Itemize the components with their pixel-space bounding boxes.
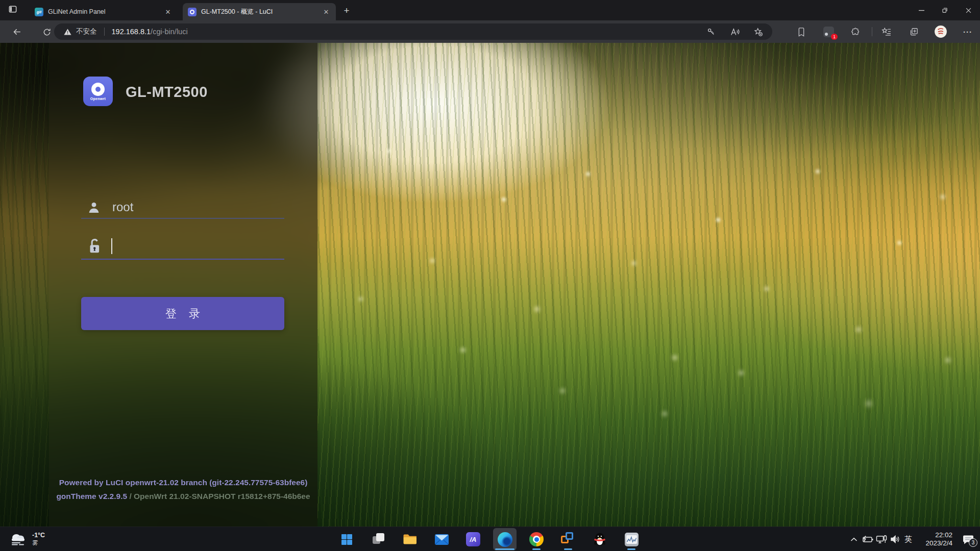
fog-cloud-icon — [9, 532, 28, 546]
notification-center-button[interactable]: 3 — [960, 531, 977, 548]
system-monitor-app-button[interactable] — [620, 528, 643, 550]
folder-icon — [403, 533, 417, 545]
login-panel: Openwrt GL-MT2500 root 登 录 Powered by Lu… — [49, 43, 317, 527]
toolbar-right-icons: 1 ··· — [794, 24, 975, 39]
window-restore-button[interactable] — [933, 0, 957, 20]
password-field[interactable] — [81, 259, 284, 260]
password-lock-icon — [87, 237, 102, 257]
tab-stack-icon — [8, 4, 18, 16]
browser-tab-bar: gli GLiNet Admin Panel ✕ GL-MT2500 - 概览 … — [0, 0, 980, 20]
password-key-icon[interactable] — [704, 24, 718, 39]
openwrt-ring-icon — [91, 83, 105, 96]
tab-close-icon[interactable]: ✕ — [163, 7, 173, 16]
browser-toolbar: 不安全 192.168.8.1/cgi-bin/luci — [0, 20, 980, 43]
start-button[interactable] — [335, 528, 358, 550]
chrome-browser-icon — [529, 532, 544, 546]
favorites-list-icon[interactable] — [879, 24, 894, 39]
edge-active-indicator — [495, 548, 514, 550]
login-button-label: 登 录 — [161, 306, 205, 321]
monitor-running-indicator — [627, 548, 635, 550]
edge-browser-icon — [498, 532, 512, 547]
notification-count-badge: 3 — [969, 538, 977, 547]
battery-charging-icon[interactable] — [861, 532, 874, 547]
security-label: 不安全 — [76, 27, 97, 36]
collections-icon[interactable] — [906, 24, 921, 39]
chrome-running-indicator — [532, 548, 541, 550]
openwrt-logo: Openwrt — [83, 77, 113, 106]
username-field[interactable]: root — [112, 200, 133, 214]
qq-app-button[interactable] — [588, 528, 611, 550]
vmware-running-indicator — [564, 548, 572, 550]
username-person-icon — [87, 201, 101, 217]
device-title: GL-MT2500 — [126, 84, 208, 101]
weather-temperature: -1°C — [32, 532, 45, 539]
window-minimize-button[interactable] — [910, 0, 933, 20]
glinet-favicon: gli — [35, 8, 43, 16]
footer-openwrt-build: / OpenWrt 21.02-SNAPSHOT r15812+875-46b6… — [127, 492, 310, 500]
address-bar[interactable]: 不安全 192.168.8.1/cgi-bin/luci — [54, 23, 772, 40]
warning-triangle-icon — [63, 28, 72, 36]
tab-luci-active[interactable]: GL-MT2500 - 概览 - LuCI ✕ — [183, 3, 336, 20]
file-explorer-button[interactable] — [398, 528, 422, 550]
window-close-button[interactable] — [957, 0, 980, 20]
window-controls — [910, 0, 980, 20]
system-tray: 英 22:02 2023/2/4 3 — [847, 527, 977, 551]
tab-glinet-admin[interactable]: gli GLiNet Admin Panel ✕ — [30, 3, 178, 20]
task-view-button[interactable] — [366, 528, 390, 550]
toolbar-separator — [872, 27, 872, 36]
password-text-cursor — [111, 238, 112, 254]
windows-logo-icon — [341, 534, 352, 545]
settings-menu-icon[interactable]: ··· — [961, 24, 975, 39]
chrome-app-button[interactable] — [525, 528, 548, 550]
system-monitor-icon — [625, 533, 639, 546]
tray-date: 2023/2/4 — [916, 539, 952, 547]
url-path: /cgi-bin/luci — [151, 28, 188, 36]
refresh-button[interactable] — [40, 25, 54, 39]
footer-powered-by: Powered by LuCI openwrt-21.02 branch (gi… — [59, 478, 308, 487]
read-aloud-icon[interactable] — [727, 24, 742, 39]
purple-a-app-button[interactable]: /A — [461, 528, 485, 550]
bookmark-icon[interactable] — [794, 24, 808, 39]
footer-version-line: gonTheme v2.2.9.5 / OpenWrt 21.02-SNAPSH… — [56, 492, 310, 501]
site-security-zone[interactable]: 不安全 — [63, 27, 97, 36]
pill-separator — [104, 28, 105, 36]
tab-title: GLiNet Admin Panel — [48, 8, 160, 15]
openwrt-favicon — [188, 8, 197, 16]
vmware-app-button[interactable] — [556, 528, 580, 550]
mail-app-button[interactable] — [430, 528, 453, 550]
taskbar-app-icons: /A — [335, 527, 643, 551]
openwrt-wordmark: Openwrt — [90, 97, 106, 101]
edge-app-button[interactable] — [493, 528, 517, 550]
extensions-puzzle-icon[interactable] — [848, 24, 863, 39]
weather-condition: 雾 — [32, 540, 45, 546]
login-button[interactable]: 登 录 — [81, 297, 284, 330]
url-host: 192.168.8.1 — [112, 28, 151, 36]
luci-login-page: Openwrt GL-MT2500 root 登 录 Powered by Lu… — [0, 43, 980, 527]
tab-title: GL-MT2500 - 概览 - LuCI — [201, 8, 318, 16]
tab-close-icon[interactable]: ✕ — [322, 7, 331, 16]
new-tab-button[interactable]: + — [340, 5, 353, 17]
url-text: 192.168.8.1/cgi-bin/luci — [112, 28, 188, 36]
mail-envelope-icon — [435, 534, 449, 545]
username-underline — [81, 218, 284, 219]
windows-taskbar: -1°C 雾 /A — [0, 527, 980, 551]
clock-widget[interactable]: 22:02 2023/2/4 — [916, 531, 952, 547]
footer-theme-version: gonTheme v2.2.9.5 — [56, 492, 127, 500]
network-display-icon[interactable] — [874, 532, 888, 547]
purple-a-app-icon: /A — [466, 532, 480, 546]
ime-language-indicator[interactable]: 英 — [904, 535, 912, 544]
tray-chevron-up-icon[interactable] — [847, 532, 861, 547]
essentials-badge: 1 — [831, 34, 838, 40]
tab-workspaces-button[interactable] — [6, 4, 19, 16]
tray-time: 22:02 — [916, 531, 952, 539]
browser-essentials-icon[interactable]: 1 — [821, 24, 836, 39]
add-favorite-star-icon[interactable] — [751, 24, 765, 39]
weather-widget[interactable]: -1°C 雾 — [5, 527, 49, 551]
volume-speaker-icon[interactable] — [888, 532, 902, 547]
qq-penguin-icon — [593, 532, 606, 547]
left-background-strip — [0, 43, 49, 527]
profile-avatar[interactable] — [934, 24, 948, 39]
back-button[interactable] — [10, 25, 24, 39]
